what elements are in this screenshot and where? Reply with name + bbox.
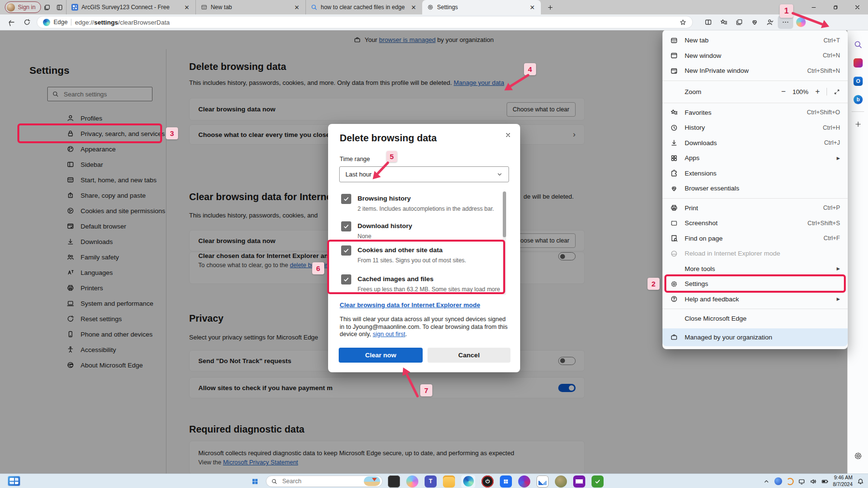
restore-button[interactable]	[825, 0, 846, 14]
close-window-button[interactable]	[846, 0, 868, 14]
download-history-checkbox[interactable]	[341, 221, 351, 231]
tray-teams-icon[interactable]	[774, 477, 782, 485]
browser-essentials-button[interactable]	[747, 15, 762, 29]
managed-banner-link[interactable]: browser is managed	[379, 36, 436, 43]
tab-newtab[interactable]: New tab ✕	[195, 0, 305, 14]
sidebar-item-downloads[interactable]: Downloads	[0, 234, 166, 249]
menu-item-history[interactable]: HistoryCtrl+H	[662, 120, 848, 136]
tray-sync-icon[interactable]	[786, 478, 794, 485]
tab-close-icon[interactable]: ✕	[293, 4, 301, 11]
menu-item-new-tab[interactable]: New tabCtrl+T	[662, 33, 848, 48]
menu-item-new-window[interactable]: New windowCtrl+N	[662, 48, 848, 64]
sidebar-item-reset[interactable]: Reset settings	[0, 311, 166, 326]
menu-item-browser-essentials[interactable]: Browser essentials	[662, 181, 848, 196]
menu-item-close-edge[interactable]: Close Microsoft Edge	[662, 311, 848, 326]
tab-search[interactable]: how to clear cached files in edge ✕	[305, 0, 422, 14]
refresh-button[interactable]	[19, 15, 35, 29]
sidebar-item-phone[interactable]: Phone and other devices	[0, 326, 166, 342]
sidebar-item-printers[interactable]: Printers	[0, 280, 166, 296]
taskbar-app-file-explorer[interactable]	[443, 475, 455, 488]
manage-your-data-link[interactable]: Manage your data	[454, 79, 504, 86]
url-text[interactable]: edge://settings/clearBrowserData	[75, 19, 170, 26]
menu-item-inprivate[interactable]: New InPrivate windowCtrl+Shift+N	[662, 63, 848, 79]
taskbar-app-edge-active[interactable]	[461, 475, 475, 488]
ie-mode-clear-link[interactable]: Clear browsing data for Internet Explore…	[340, 301, 480, 309]
tab-actions-button[interactable]	[54, 1, 66, 13]
sidebar-item-languages[interactable]: Languages	[0, 265, 166, 280]
tray-volume-icon[interactable]	[810, 478, 817, 485]
zoom-out-button[interactable]: −	[781, 87, 785, 96]
widgets-button[interactable]	[8, 476, 20, 486]
tray-battery-icon[interactable]	[821, 478, 828, 485]
workspaces-button[interactable]	[41, 1, 54, 13]
privacy-statement-link[interactable]: Microsoft Privacy Statement	[223, 459, 298, 466]
tab-settings[interactable]: Settings ✕	[422, 0, 541, 14]
fullscreen-icon[interactable]	[834, 89, 840, 95]
taskbar-app-copilot[interactable]	[406, 475, 418, 488]
tray-display-icon[interactable]	[798, 478, 805, 485]
browsing-history-checkbox[interactable]	[341, 194, 351, 204]
sidebar-item-system[interactable]: System and performance	[0, 296, 166, 311]
choose-what-to-clear-button[interactable]: Choose what to clear	[507, 102, 576, 117]
signin-button[interactable]: Sign in	[5, 1, 41, 13]
taskbar-app-store[interactable]	[500, 475, 512, 488]
menu-item-downloads[interactable]: DownloadsCtrl+J	[662, 136, 848, 151]
dialog-close-button[interactable]	[503, 130, 513, 140]
clear-now-button[interactable]: Clear now	[339, 348, 423, 363]
tab-close-icon[interactable]: ✕	[410, 4, 417, 11]
tray-notification-bell-icon[interactable]	[857, 478, 864, 485]
favorite-star-icon[interactable]	[679, 19, 687, 26]
tab-close-icon[interactable]: ✕	[529, 4, 536, 11]
rail-bing-button[interactable]: b	[848, 90, 868, 108]
sign-out-first-link[interactable]: sign out first	[373, 331, 405, 338]
taskbar-app-power[interactable]: ⏻	[482, 475, 494, 488]
tab-arcgis[interactable]: ArcGIS Survey123 Connect - Free ✕	[66, 0, 195, 14]
rail-add-button[interactable]	[848, 115, 868, 133]
menu-item-screenshot[interactable]: ScreenshotCtrl+Shift+S	[662, 216, 848, 231]
delete-browsing-link[interactable]: delete browsing	[290, 262, 332, 269]
sidebar-item-sidebar[interactable]: Sidebar	[0, 157, 166, 172]
taskbar-search-box[interactable]	[266, 475, 383, 487]
favorites-button[interactable]	[716, 15, 731, 29]
new-tab-button[interactable]	[545, 1, 556, 13]
menu-item-help[interactable]: Help and feedback▶	[662, 292, 848, 307]
profile-sync-button[interactable]	[762, 15, 778, 29]
menu-item-managed[interactable]: Managed by your organization	[662, 328, 848, 346]
payment-methods-toggle[interactable]	[558, 384, 576, 392]
taskbar-app-turtle[interactable]	[555, 475, 567, 488]
do-not-track-toggle[interactable]	[558, 357, 576, 365]
tray-clock[interactable]: 9:46 AM8/7/2024	[833, 474, 853, 488]
menu-item-apps[interactable]: Apps▶	[662, 150, 848, 166]
back-button[interactable]	[4, 15, 19, 29]
start-button[interactable]	[249, 475, 261, 487]
scrollbar-thumb[interactable]	[503, 191, 506, 237]
settings-search-box[interactable]	[47, 87, 152, 101]
tab-close-icon[interactable]: ✕	[183, 4, 191, 11]
menu-item-print[interactable]: PrintCtrl+P	[662, 201, 848, 216]
address-bar[interactable]: Edge edge://settings/clearBrowserData	[37, 16, 693, 28]
taskbar-app-antivirus[interactable]	[592, 475, 604, 488]
menu-item-extensions[interactable]: Extensions	[662, 166, 848, 181]
taskbar-search-input[interactable]	[281, 477, 356, 485]
cancel-button[interactable]: Cancel	[427, 348, 510, 363]
sidebar-item-about[interactable]: About Microsoft Edge	[0, 357, 166, 373]
taskbar-app-m365[interactable]	[518, 475, 530, 488]
rail-settings-button[interactable]	[848, 447, 868, 465]
sidebar-item-appearance[interactable]: Appearance	[0, 141, 166, 157]
sidebar-item-default-browser[interactable]: Default browser	[0, 218, 166, 234]
taskbar-app-photos[interactable]	[537, 475, 549, 488]
sidebar-item-share[interactable]: Share, copy and paste	[0, 188, 166, 203]
taskbar-app-keyboard[interactable]	[573, 475, 585, 488]
taskbar-app-teams[interactable]: T	[425, 475, 437, 488]
zoom-in-button[interactable]: +	[815, 87, 820, 96]
sidebar-item-start-home[interactable]: Start, home, and new tabs	[0, 172, 166, 188]
time-range-select[interactable]: Last hour	[339, 166, 509, 182]
menu-item-find[interactable]: Find on pageCtrl+F	[662, 231, 848, 246]
rail-search-button[interactable]	[848, 35, 868, 54]
rail-outlook-button[interactable]: O	[848, 72, 868, 90]
collections-button[interactable]	[731, 15, 747, 29]
search-highlight-image[interactable]	[364, 476, 380, 486]
menu-item-favorites[interactable]: FavoritesCtrl+Shift+O	[662, 105, 848, 121]
settings-search-input[interactable]	[63, 90, 142, 98]
split-screen-button[interactable]	[701, 15, 716, 29]
